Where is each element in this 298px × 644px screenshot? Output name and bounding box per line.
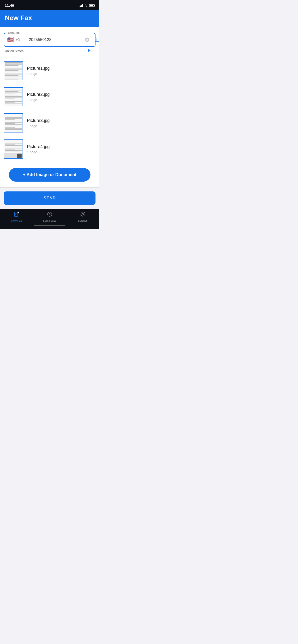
tab-bar: New Fax Sent Faxes Settings: [0, 209, 99, 223]
file-thumbnail: [4, 87, 23, 106]
tab-new-fax[interactable]: New Fax: [0, 211, 33, 222]
file-info: Picture3.jpg 1 page: [23, 118, 50, 128]
file-thumbnail: [4, 113, 23, 132]
country-selector[interactable]: 🇺🇸 +1: [4, 33, 26, 46]
new-fax-icon: [14, 211, 20, 218]
country-name: United States: [5, 49, 24, 53]
status-icons: ∿: [79, 4, 95, 8]
header: New Fax: [0, 10, 99, 27]
phone-number-input[interactable]: [26, 34, 83, 46]
country-flag-icon: 🇺🇸: [7, 37, 14, 43]
tab-settings-label: Settings: [78, 219, 88, 222]
file-list: Picture1.jpg 1 page: [0, 58, 99, 162]
svg-rect-5: [14, 212, 18, 216]
file-info: Picture1.jpg 1 page: [23, 66, 50, 76]
send-to-section: Send to: 🇺🇸 +1: [0, 27, 99, 56]
send-section: SEND: [0, 187, 99, 209]
file-name: Picture3.jpg: [27, 118, 50, 123]
file-name: Picture4.jpg: [27, 144, 50, 149]
country-name-row: United States Edit: [4, 47, 95, 53]
list-item[interactable]: Picture1.jpg 1 page: [0, 58, 99, 84]
settings-icon: [80, 211, 86, 218]
send-button[interactable]: SEND: [4, 192, 95, 205]
phone-input-container: Send to: 🇺🇸 +1: [4, 33, 95, 47]
tab-sent-faxes-label: Sent Faxes: [43, 219, 56, 222]
file-pages: 1 page: [27, 98, 50, 102]
add-doc-section: + Add Image or Document: [0, 162, 99, 187]
file-thumbnail: [4, 140, 23, 158]
tab-new-fax-label: New Fax: [11, 219, 22, 222]
status-bar: 11:46 ∿: [0, 0, 99, 10]
file-pages: 1 page: [27, 72, 50, 76]
country-code: +1: [16, 38, 20, 42]
home-indicator: [0, 223, 99, 229]
status-time: 11:46: [5, 3, 14, 8]
file-info: Picture2.jpg 1 page: [23, 92, 50, 102]
qr-code-icon: [17, 154, 22, 158]
list-item[interactable]: Picture3.jpg 1 page: [0, 110, 99, 136]
clear-button[interactable]: [83, 34, 92, 45]
list-item[interactable]: Picture4.jpg 1 page: [0, 136, 99, 162]
file-thumbnail: [4, 61, 23, 80]
home-bar: [34, 225, 65, 226]
edit-button[interactable]: Edit: [88, 49, 95, 53]
file-info: Picture4.jpg 1 page: [23, 144, 50, 154]
wifi-icon: ∿: [84, 4, 87, 8]
main-content: Send to: 🇺🇸 +1: [0, 27, 99, 187]
phone-input-row: 🇺🇸 +1: [4, 33, 95, 46]
file-name: Picture2.jpg: [27, 92, 50, 97]
file-pages: 1 page: [27, 150, 50, 154]
page-title: New Fax: [5, 14, 95, 22]
contacts-button[interactable]: [92, 34, 99, 46]
tab-sent-faxes[interactable]: Sent Faxes: [33, 211, 66, 222]
signal-bars-icon: [79, 4, 83, 7]
battery-icon: [89, 4, 95, 7]
svg-rect-1: [95, 38, 99, 42]
file-pages: 1 page: [27, 124, 50, 128]
svg-point-13: [82, 214, 84, 215]
send-to-label: Send to:: [7, 31, 21, 34]
tab-settings[interactable]: Settings: [66, 211, 99, 222]
list-item[interactable]: Picture2.jpg 1 page: [0, 84, 99, 110]
thumbnail-bottom-dark: [4, 153, 23, 158]
add-image-or-document-button[interactable]: + Add Image or Document: [9, 168, 90, 182]
sent-faxes-icon: [47, 211, 53, 218]
file-name: Picture1.jpg: [27, 66, 50, 71]
